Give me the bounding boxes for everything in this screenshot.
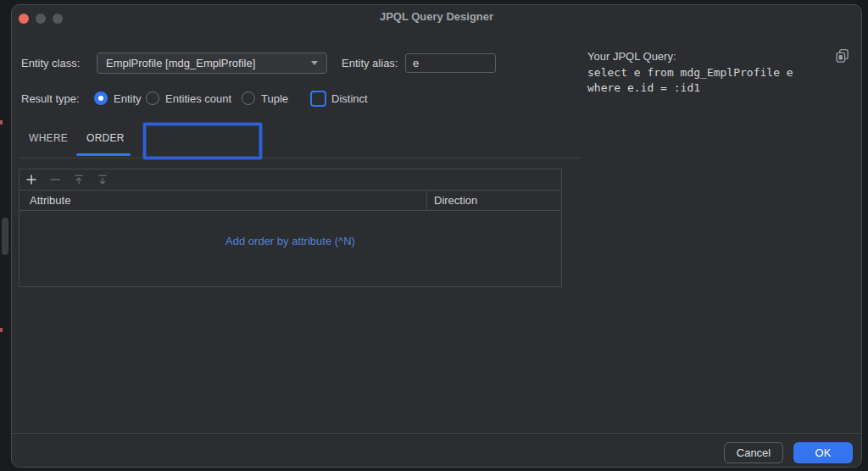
table-toolbar xyxy=(19,169,561,191)
column-header-attribute[interactable]: Attribute xyxy=(19,194,426,207)
screen: JPQL Query Designer Entity class: EmplPr… xyxy=(0,0,868,471)
ok-button[interactable]: OK xyxy=(793,442,853,463)
background-error-stripe xyxy=(0,120,3,125)
move-up-icon[interactable] xyxy=(72,173,86,186)
copy-icon[interactable] xyxy=(835,48,850,64)
result-type-label: Result type: xyxy=(21,91,80,106)
distinct-label[interactable]: Distinct xyxy=(331,91,368,106)
tab-order[interactable]: ORDER xyxy=(86,132,125,144)
radio-entities-count[interactable] xyxy=(146,91,159,105)
entity-class-value: EmplProfile [mdg_EmplProfile] xyxy=(106,53,255,73)
column-header-direction[interactable]: Direction xyxy=(427,194,477,207)
plus-icon[interactable] xyxy=(25,173,38,186)
radio-tuple[interactable] xyxy=(242,91,255,105)
order-by-table: Attribute Direction Add order by attribu… xyxy=(19,169,562,287)
radio-entity-label[interactable]: Entity xyxy=(114,91,142,106)
background-error-stripe xyxy=(0,328,3,332)
dialog-titlebar: JPQL Query Designer xyxy=(12,5,861,30)
jpql-query-text: select e from mdg_EmplProfile ewhere e.i… xyxy=(587,65,793,95)
tab-where[interactable]: WHERE xyxy=(29,132,68,144)
radio-entity[interactable] xyxy=(94,91,108,105)
move-down-icon[interactable] xyxy=(96,173,109,186)
distinct-checkbox[interactable] xyxy=(310,91,326,107)
highlight-annotation-box xyxy=(143,123,262,159)
table-body: Add order by attribute (^N) xyxy=(19,211,561,286)
dialog-title: JPQL Query Designer xyxy=(12,10,861,23)
tabs-separator xyxy=(19,158,580,158)
entity-alias-label: Entity alias: xyxy=(342,53,398,74)
cancel-button[interactable]: Cancel xyxy=(724,442,783,463)
radio-entities-count-label[interactable]: Entities count xyxy=(165,91,231,106)
radio-tuple-label[interactable]: Tuple xyxy=(261,91,288,106)
minus-icon[interactable] xyxy=(48,173,62,186)
jpql-query-designer-dialog: JPQL Query Designer Entity class: EmplPr… xyxy=(11,4,862,468)
add-order-by-attribute-link[interactable]: Add order by attribute (^N) xyxy=(225,235,355,247)
background-scrollbar-thumb xyxy=(2,218,8,255)
active-tab-indicator xyxy=(76,153,131,156)
entity-alias-input[interactable] xyxy=(405,53,496,73)
entity-class-dropdown[interactable]: EmplProfile [mdg_EmplProfile] xyxy=(97,53,327,74)
jpql-query-label: Your JPQL Query: xyxy=(587,50,676,63)
entity-class-label: Entity class: xyxy=(21,53,80,74)
footer-separator xyxy=(12,433,861,434)
chevron-down-icon xyxy=(311,61,318,65)
table-header-row: Attribute Direction xyxy=(19,191,561,211)
